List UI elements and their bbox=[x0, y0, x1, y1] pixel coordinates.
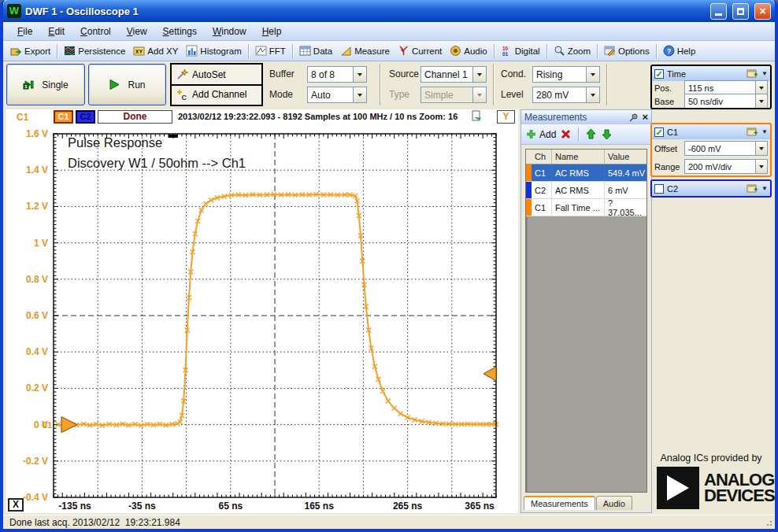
time-checkbox[interactable] bbox=[654, 69, 664, 79]
menu-edit[interactable]: Edit bbox=[40, 24, 72, 39]
toolbar-export-button[interactable]: Export bbox=[6, 43, 54, 58]
maximize-icon bbox=[737, 8, 744, 15]
x-axis-button[interactable]: X bbox=[8, 498, 24, 512]
mode-value: Auto bbox=[308, 87, 353, 102]
autoset-group: AutoSet C Add Channel bbox=[170, 63, 263, 106]
group-menu-icon[interactable] bbox=[747, 68, 758, 79]
menu-settings[interactable]: Settings bbox=[155, 24, 205, 39]
dropdown-arrow-icon[interactable] bbox=[755, 81, 767, 94]
chevron-down-icon[interactable]: ▼ bbox=[761, 70, 768, 77]
dropdown-arrow-icon[interactable] bbox=[755, 94, 767, 108]
maximize-button[interactable] bbox=[732, 3, 749, 20]
autoset-button[interactable]: AutoSet bbox=[172, 65, 261, 84]
source-select[interactable]: Channel 1 bbox=[420, 66, 487, 83]
title-bar[interactable]: W DWF 1 - Oscilloscope 1 × bbox=[3, 0, 775, 22]
range-select[interactable]: 200 mV/div bbox=[684, 159, 768, 174]
channel1-group: C1 ▼ Offset -600 mV Range 200 mV/div bbox=[650, 123, 772, 177]
toolbar-digital-button[interactable]: 1001Digital bbox=[497, 43, 544, 58]
resize-grip[interactable] bbox=[765, 519, 772, 526]
channel1-group-header[interactable]: C1 ▼ bbox=[652, 124, 770, 139]
divider bbox=[597, 44, 598, 58]
toolbar-zoom-button[interactable]: Zoom bbox=[550, 43, 595, 58]
toolbar-current-button[interactable]: Current bbox=[394, 43, 446, 58]
add-channel-button[interactable]: C Add Channel bbox=[172, 84, 261, 103]
minimize-button[interactable] bbox=[710, 3, 727, 20]
col-name[interactable]: Name bbox=[552, 150, 605, 164]
close-button[interactable]: × bbox=[754, 3, 771, 20]
right-panel: Time ▼ Pos. 115 ns Base 50 ns/div bbox=[650, 61, 775, 515]
toolbar-add-xy-button[interactable]: XYAdd XY bbox=[129, 43, 182, 58]
channel-swatch bbox=[526, 199, 532, 216]
run-button[interactable]: Run bbox=[88, 64, 166, 105]
toolbar-histogram-button[interactable]: Histogram bbox=[182, 43, 245, 58]
toolbar-persistence-button[interactable]: Persistence bbox=[60, 43, 129, 58]
x-axis-labels: -135 ns-35 ns65 ns165 ns265 ns365 ns bbox=[58, 501, 495, 512]
channel1-checkbox[interactable] bbox=[654, 127, 664, 137]
group-menu-icon[interactable] bbox=[747, 183, 758, 194]
base-select[interactable]: 50 ns/div bbox=[684, 94, 768, 109]
channel2-checkbox[interactable] bbox=[654, 184, 664, 194]
menu-window[interactable]: Window bbox=[205, 24, 254, 39]
tab-measurements[interactable]: Measurements bbox=[524, 496, 595, 510]
dropdown-arrow-icon[interactable] bbox=[472, 67, 486, 82]
run-label: Run bbox=[128, 79, 145, 91]
chevron-down-icon[interactable]: ▼ bbox=[761, 185, 768, 192]
cond-select[interactable]: Rising bbox=[532, 66, 600, 83]
measurement-channel: C2 bbox=[532, 182, 552, 198]
cond-label: Cond. bbox=[501, 68, 526, 79]
toolbar-audio-button[interactable]: Audio bbox=[446, 43, 491, 58]
channel2-group-header[interactable]: C2 ▼ bbox=[652, 181, 770, 196]
measurement-row[interactable]: C2AC RMS6 mV bbox=[526, 182, 646, 199]
buffer-select[interactable]: 8 of 8 bbox=[307, 66, 367, 83]
measurement-move-up-button[interactable] bbox=[585, 128, 597, 140]
toolbar-fft-button[interactable]: FFT bbox=[251, 43, 290, 58]
measurement-row[interactable]: C1AC RMS549.4 mV bbox=[526, 164, 646, 182]
channel2-tab-button[interactable]: C2 bbox=[76, 110, 95, 124]
buffer-label: Buffer bbox=[269, 68, 295, 79]
time-group-header[interactable]: Time ▼ bbox=[652, 66, 770, 81]
menu-control[interactable]: Control bbox=[72, 24, 119, 39]
measurement-add-button[interactable]: Add bbox=[525, 128, 556, 140]
level-select[interactable]: 280 mV bbox=[532, 87, 600, 103]
sponsor-text: Analog ICs provided by bbox=[650, 453, 772, 464]
channel1-tab-button[interactable]: C1 bbox=[54, 110, 73, 124]
menu-view[interactable]: View bbox=[119, 24, 155, 39]
menu-help[interactable]: Help bbox=[254, 24, 290, 39]
dropdown-arrow-icon[interactable] bbox=[586, 67, 599, 82]
pin-icon[interactable] bbox=[628, 112, 639, 124]
measurements-table[interactable]: ChNameValue C1AC RMS549.4 mVC2AC RMS6 mV… bbox=[525, 149, 647, 493]
chevron-down-icon[interactable]: ▼ bbox=[761, 128, 768, 135]
run-icon bbox=[109, 79, 120, 91]
mode-select[interactable]: Auto bbox=[307, 87, 367, 103]
dropdown-arrow-icon[interactable] bbox=[353, 87, 366, 102]
toolbar-measure-button[interactable]: Measure bbox=[336, 43, 394, 58]
snapshot-icon[interactable] bbox=[471, 110, 483, 122]
menu-file[interactable]: File bbox=[9, 24, 40, 39]
measurements-title-bar[interactable]: Measurements × bbox=[521, 110, 651, 124]
offset-select[interactable]: -600 mV bbox=[684, 141, 768, 156]
tab-audio[interactable]: Audio bbox=[596, 496, 632, 510]
options-icon bbox=[604, 45, 616, 57]
measurement-move-down-button[interactable] bbox=[601, 128, 613, 140]
panel-close-icon[interactable]: × bbox=[642, 113, 648, 122]
acquisition-status: Done bbox=[98, 110, 172, 124]
col-value[interactable]: Value bbox=[605, 150, 646, 164]
measurement-delete-button[interactable] bbox=[560, 128, 572, 140]
dropdown-arrow-icon[interactable] bbox=[755, 160, 767, 173]
toolbar-data-button[interactable]: Data bbox=[295, 43, 336, 58]
svg-text:-0.2 V: -0.2 V bbox=[23, 456, 48, 467]
measurement-row[interactable]: C1Fall Time ...? 37.035... bbox=[526, 199, 646, 216]
group-menu-icon[interactable] bbox=[747, 126, 758, 138]
pos-label: Pos. bbox=[654, 83, 672, 93]
col-ch[interactable]: Ch bbox=[532, 150, 552, 164]
dropdown-arrow-icon[interactable] bbox=[586, 87, 599, 102]
single-button[interactable]: 1 Single bbox=[6, 64, 85, 105]
buffer-value: 8 of 8 bbox=[308, 67, 353, 82]
y-axis-button[interactable]: Y bbox=[497, 110, 515, 124]
dropdown-arrow-icon[interactable] bbox=[755, 142, 767, 155]
dropdown-arrow-icon[interactable] bbox=[353, 67, 366, 82]
toolbar-options-button[interactable]: Options bbox=[600, 43, 654, 58]
oscilloscope-plot[interactable]: C11.6 V1.4 V1.2 V1 V0.8 V0.6 V0.4 V0.2 V… bbox=[6, 124, 518, 513]
app-window: W DWF 1 - Oscilloscope 1 × FileEditContr… bbox=[0, 0, 778, 532]
toolbar-help-button[interactable]: ?Help bbox=[659, 43, 700, 58]
